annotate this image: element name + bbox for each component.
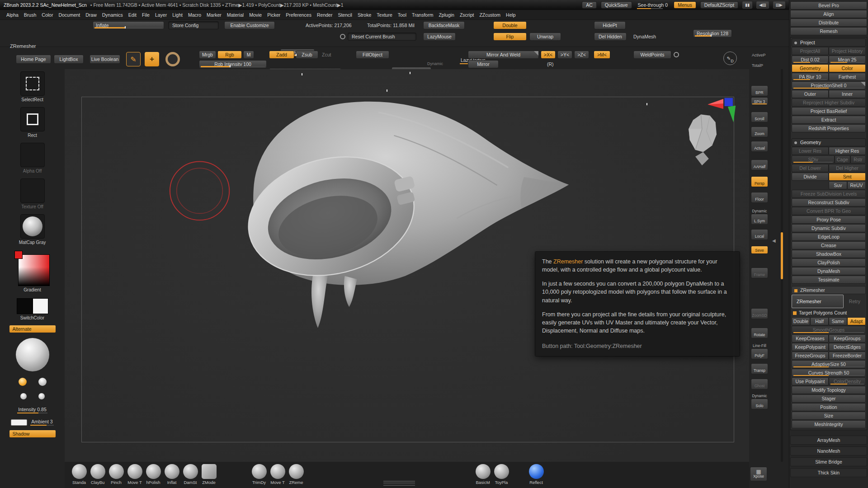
panel-button[interactable]: FreezeBorder xyxy=(829,352,866,360)
panels-icon[interactable]: ▮▮ xyxy=(742,1,752,9)
shelf-button[interactable]: Ghost xyxy=(751,379,768,389)
zadd-button[interactable]: Zadd xyxy=(269,51,294,59)
prev-doc-icon[interactable]: ◀▤ xyxy=(756,1,769,9)
rgb-intensity-slider[interactable]: Rgb Intensity 100 xyxy=(199,60,267,68)
panel-button[interactable]: DynaMesh xyxy=(792,267,866,275)
panel-button[interactable]: Crease xyxy=(792,241,866,249)
panel-button[interactable]: Stager xyxy=(792,394,866,403)
panel-button[interactable]: Redshift Properties xyxy=(792,124,866,132)
shelf-button[interactable]: Dynamic xyxy=(751,393,768,398)
panel-button[interactable]: Thick Skin xyxy=(790,468,867,477)
secondary-color-swatch[interactable] xyxy=(33,298,48,314)
panel-button[interactable]: ZRemesher xyxy=(792,286,866,294)
shelf-button[interactable]: AAHalf xyxy=(751,160,768,170)
panel-button[interactable]: Mean 25 xyxy=(829,56,866,64)
brush-ring-icon[interactable] xyxy=(165,52,180,66)
menu-item[interactable]: Zplugin xyxy=(436,12,457,18)
tray-thumbnail[interactable]: ClayBu xyxy=(89,464,107,485)
panel-button[interactable]: Smt xyxy=(829,173,866,181)
current-color-swatch[interactable] xyxy=(14,251,23,259)
panel-button[interactable]: Target Polygons Count xyxy=(792,309,866,317)
panel-button[interactable]: Curves Strength 50 xyxy=(792,369,866,377)
tray-thumbnail[interactable]: BasicM xyxy=(474,464,492,485)
edit-mode-button[interactable]: ✎ xyxy=(126,52,141,66)
panel-button[interactable]: Double xyxy=(792,317,810,325)
enable-customize-button[interactable]: Enable Customize xyxy=(224,21,275,29)
panel-button[interactable]: ClayPolish xyxy=(792,258,866,267)
panel-button[interactable]: Same xyxy=(829,317,847,325)
panel-button[interactable]: Del Higher xyxy=(829,164,866,172)
weldpoints-toggle-icon[interactable] xyxy=(674,52,679,57)
panel-button[interactable]: Geometry xyxy=(792,138,866,146)
panel-button[interactable]: ArrayMesh xyxy=(790,436,867,445)
menu-item[interactable]: Edit xyxy=(126,12,139,18)
panel-button[interactable]: Remesh xyxy=(790,27,867,35)
alternate-button[interactable]: Alternate xyxy=(9,325,56,333)
panel-button[interactable]: SmoothGroups xyxy=(792,326,866,334)
menu-item[interactable]: Transform xyxy=(409,12,436,18)
panel-button[interactable]: MeshIntegrity xyxy=(792,420,866,428)
menu-item[interactable]: File xyxy=(139,12,152,18)
menu-item[interactable]: Picker xyxy=(264,12,283,18)
panel-button[interactable]: Project History xyxy=(829,47,866,55)
menu-item[interactable]: Tool xyxy=(395,12,409,18)
panel-button[interactable]: Align xyxy=(790,10,867,18)
menu-item[interactable]: Macro xyxy=(185,12,204,18)
shelf-button[interactable]: Frame xyxy=(751,267,768,278)
panel-button[interactable]: Extract xyxy=(792,116,866,124)
menu-item[interactable]: Movie xyxy=(246,12,264,18)
see-through-slider[interactable]: See-through 0 xyxy=(636,2,670,8)
shelf-button[interactable]: L.Sym xyxy=(751,214,768,225)
stroke-rect-thumbnail[interactable] xyxy=(20,107,45,131)
mirror-z-button[interactable]: >Z< xyxy=(574,51,589,59)
tray-thumbnail[interactable]: Pinch xyxy=(107,464,125,485)
panel-scrollbar-thumb[interactable] xyxy=(781,232,783,279)
panel-button[interactable]: PA Blur 10 xyxy=(792,73,829,81)
panel-button[interactable]: Color xyxy=(829,64,866,72)
tray-thumbnail[interactable]: Standa xyxy=(70,464,88,485)
panel-button[interactable]: Proxy Pose xyxy=(792,216,866,224)
menu-item[interactable]: Brush xyxy=(21,12,39,18)
quicksave-button[interactable]: QuickSave xyxy=(601,1,632,9)
mirror-x-button[interactable]: >X< xyxy=(541,51,556,59)
tray-thumbnail[interactable]: ZReme xyxy=(287,464,305,485)
zsub-button[interactable]: Zsub xyxy=(296,51,318,59)
shadow-button[interactable]: Shadow xyxy=(9,430,56,437)
stroke-selectrect-thumbnail[interactable] xyxy=(20,71,45,96)
shelf-button[interactable]: Floor xyxy=(751,192,768,203)
tray-thumbnail[interactable]: ToyPla xyxy=(492,464,510,485)
shelf-button[interactable]: Local xyxy=(751,229,768,240)
panel-button[interactable]: Half xyxy=(810,317,829,325)
fillobject-button[interactable]: FillObject xyxy=(356,51,389,59)
tray-thumbnail[interactable]: DamSt xyxy=(181,464,199,485)
menu-item[interactable]: Light xyxy=(170,12,185,18)
next-doc-icon[interactable]: ▤▶ xyxy=(773,1,785,9)
weldpoints-button[interactable]: WeldPoints xyxy=(633,51,671,59)
menu-item[interactable]: Texture xyxy=(374,12,395,18)
panel-button[interactable]: ReUV xyxy=(847,181,866,189)
menu-item[interactable]: Marker xyxy=(204,12,224,18)
menu-item[interactable]: Preferences xyxy=(283,12,314,18)
resolution-slider[interactable]: Resolution 128 xyxy=(693,29,732,38)
material-thumbnail[interactable] xyxy=(20,214,45,239)
panel-button[interactable]: Reproject Higher Subdiv xyxy=(792,99,866,107)
menu-item[interactable]: Material xyxy=(224,12,246,18)
panel-button[interactable]: Modify Topology xyxy=(792,386,866,394)
reset-current-brush-button[interactable]: Reset Current Brush xyxy=(348,33,416,41)
menu-item[interactable]: Alpha xyxy=(4,12,21,18)
menu-item[interactable]: Stroke xyxy=(355,12,374,18)
home-page-button[interactable]: Home Page xyxy=(16,55,51,64)
panel-button[interactable]: DetectEdges xyxy=(829,343,866,351)
panel-button[interactable]: ProjectionShell 0 xyxy=(792,81,866,89)
alpha-thumbnail[interactable] xyxy=(20,143,45,167)
panel-button[interactable]: SDiv xyxy=(792,155,835,164)
menu-item[interactable]: Help xyxy=(503,12,519,18)
tray-thumbnail[interactable]: Move T xyxy=(269,464,287,485)
color-picker[interactable] xyxy=(14,251,51,286)
del-hidden-button[interactable]: Del Hidden xyxy=(594,33,627,41)
shelf-button[interactable]: Actual xyxy=(751,141,768,152)
menu-item[interactable]: Document xyxy=(56,12,83,18)
shelf-button[interactable]: Zoom xyxy=(751,127,768,137)
shelf-button[interactable]: Solo xyxy=(751,399,768,409)
tray-thumbnail[interactable]: Reflect xyxy=(527,464,545,485)
